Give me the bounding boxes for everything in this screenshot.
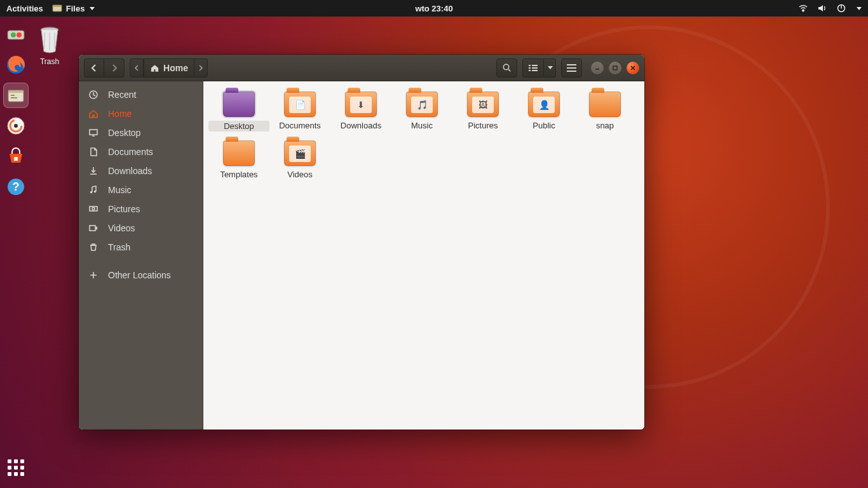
folder-item[interactable]: 🎵Music: [391, 92, 452, 132]
folder-item[interactable]: Templates: [208, 140, 269, 179]
sidebar-item-label: Videos: [108, 223, 135, 233]
app-menu-files[interactable]: Files: [52, 3, 95, 13]
folder-item[interactable]: ⬇Downloads: [330, 92, 391, 132]
folder-label: Desktop: [208, 121, 269, 132]
dock-app-rhythmbox[interactable]: [3, 113, 29, 139]
desktop-icon: [88, 128, 99, 138]
folder-label: Music: [391, 121, 452, 130]
sidebar-item-recent[interactable]: Recent: [79, 85, 203, 104]
desktop-trash[interactable]: Trash: [34, 24, 65, 66]
sidebar-item-music[interactable]: Music: [79, 180, 203, 200]
svg-rect-20: [529, 65, 531, 66]
svg-point-6: [11, 32, 16, 37]
svg-point-7: [17, 32, 22, 37]
folder-item[interactable]: 🎬Videos: [269, 140, 330, 179]
activities-button[interactable]: Activities: [6, 4, 43, 13]
folder-emblem-icon: 🎵: [411, 97, 433, 113]
dock-app-firefox[interactable]: [3, 52, 29, 78]
volume-icon[interactable]: [817, 3, 827, 13]
folder-icon-view[interactable]: Desktop📄Documents⬇Downloads🎵Music🖼Pictur…: [203, 81, 644, 430]
path-next-button[interactable]: [194, 58, 208, 78]
files-icon: [52, 3, 62, 13]
search-button[interactable]: [496, 58, 517, 78]
svg-rect-24: [529, 70, 531, 71]
sidebar-item-label: Trash: [108, 242, 130, 252]
sidebar-item-label: Documents: [108, 147, 153, 157]
folder-item[interactable]: Desktop: [208, 92, 269, 132]
view-dropdown-button[interactable]: [544, 58, 556, 78]
folder-icon: 🎬: [284, 140, 316, 166]
dock-app-files[interactable]: [3, 83, 29, 108]
doc-icon: [88, 147, 99, 157]
sidebar-item-label: Desktop: [108, 128, 140, 138]
sidebar-item-label: Music: [108, 185, 132, 195]
window-headerbar: Home: [79, 55, 644, 81]
svg-rect-1: [53, 5, 62, 7]
sidebar-item-downloads[interactable]: Downloads: [79, 161, 203, 180]
sidebar-item-label: Pictures: [108, 204, 140, 214]
dock-app-software[interactable]: [3, 144, 29, 169]
back-button[interactable]: [84, 58, 104, 78]
close-button[interactable]: [627, 62, 639, 74]
clock-icon: [88, 90, 99, 100]
hamburger-menu-button[interactable]: [561, 58, 582, 78]
sidebar-item-desktop[interactable]: Desktop: [79, 123, 203, 142]
folder-emblem-icon: 👤: [533, 97, 555, 113]
nav-buttons: [84, 58, 125, 78]
sidebar-item-home[interactable]: Home: [79, 104, 203, 123]
svg-rect-30: [613, 66, 617, 70]
maximize-button[interactable]: [609, 62, 621, 74]
clock[interactable]: wto 23:40: [415, 4, 452, 13]
app-menu-label: Files: [66, 4, 85, 13]
trash-icon: [88, 242, 99, 252]
folder-emblem-icon: 🎬: [289, 146, 311, 162]
svg-point-2: [803, 10, 804, 11]
svg-rect-28: [567, 71, 576, 72]
path-prev-button[interactable]: [130, 58, 144, 78]
sidebar-item-other-locations[interactable]: Other Locations: [79, 266, 203, 285]
folder-label: Templates: [208, 170, 269, 179]
sidebar-item-label: Other Locations: [108, 270, 171, 280]
folder-icon: [223, 140, 255, 166]
folder-icon: 👤: [528, 92, 560, 117]
folder-icon: 🎵: [406, 92, 438, 117]
sidebar-item-trash[interactable]: Trash: [79, 238, 203, 257]
sidebar-item-pictures[interactable]: Pictures: [79, 200, 203, 219]
svg-rect-26: [567, 64, 576, 65]
minimize-button[interactable]: [591, 62, 604, 74]
sidebar-item-label: Downloads: [108, 166, 152, 176]
dock-app-help[interactable]: ?: [3, 174, 29, 200]
svg-rect-10: [8, 90, 24, 93]
sidebar-item-label: Recent: [108, 90, 136, 100]
folder-item[interactable]: snap: [574, 92, 635, 132]
svg-rect-21: [532, 65, 538, 66]
places-sidebar: RecentHomeDesktopDocumentsDownloadsMusic…: [79, 81, 203, 430]
dock-app-preferences[interactable]: [3, 22, 29, 47]
folder-item[interactable]: 👤Public: [513, 92, 574, 132]
folder-item[interactable]: 📄Documents: [269, 92, 330, 132]
svg-point-19: [503, 64, 508, 69]
system-menu-chevron-icon[interactable]: [857, 7, 862, 10]
folder-icon: [589, 92, 621, 117]
show-applications-button[interactable]: [3, 455, 29, 480]
folder-emblem-icon: 📄: [289, 97, 311, 113]
svg-point-33: [90, 191, 93, 194]
download-icon: [88, 166, 99, 176]
pictures-icon: [88, 204, 99, 214]
network-wifi-icon[interactable]: [798, 3, 808, 13]
gnome-top-bar: Activities Files wto 23:40: [0, 0, 868, 17]
sidebar-item-documents[interactable]: Documents: [79, 142, 203, 161]
power-icon[interactable]: [836, 3, 846, 13]
folder-label: Public: [513, 121, 574, 130]
folder-emblem-icon: ⬇: [350, 97, 372, 113]
view-toggle-button[interactable]: [522, 58, 544, 78]
folder-label: Downloads: [330, 121, 391, 130]
chevron-down-icon: [90, 7, 95, 10]
folder-label: Pictures: [452, 121, 513, 130]
path-label: Home: [163, 63, 188, 73]
forward-button[interactable]: [104, 58, 125, 78]
sidebar-item-videos[interactable]: Videos: [79, 219, 203, 238]
path-segment-home[interactable]: Home: [144, 58, 194, 78]
folder-emblem-icon: 🖼: [472, 97, 494, 113]
folder-item[interactable]: 🖼Pictures: [452, 92, 513, 132]
